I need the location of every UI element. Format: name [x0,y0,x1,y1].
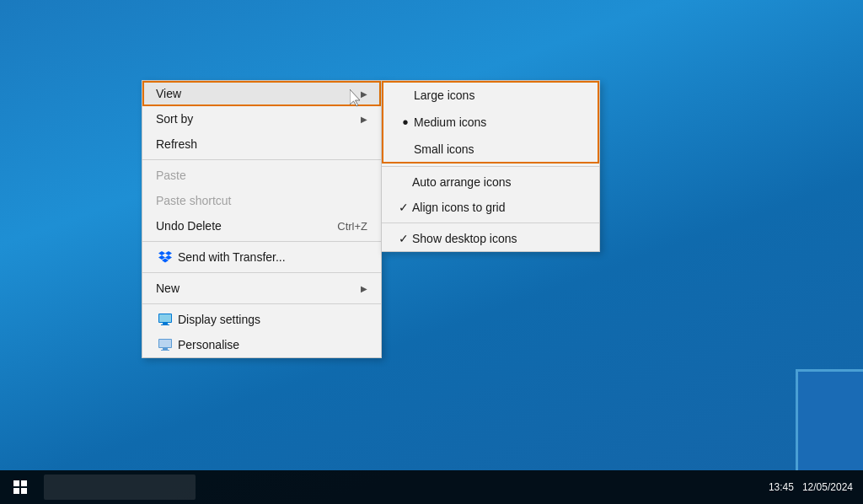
personalise-icon [156,339,174,351]
show-desktop-label: Show desktop icons [412,232,517,245]
display-settings-icon [156,314,174,325]
medium-icons-label: Medium icons [414,115,486,129]
submenu-item-show-desktop[interactable]: ✓ Show desktop icons [382,226,599,251]
submenu-item-align-grid[interactable]: ✓ Align icons to grid [382,195,599,220]
paste-label: Paste [156,169,186,182]
menu-item-personalise[interactable]: Personalise [142,332,381,357]
svg-rect-5 [159,340,171,347]
submenu-icon-size-group: Large icons • Medium icons Small icons [382,81,599,164]
medium-icons-bullet: • [397,114,414,131]
display-settings-label: Display settings [178,313,260,326]
sort-by-label: Sort by [156,112,193,126]
menu-item-refresh[interactable]: Refresh [142,131,381,157]
svg-rect-1 [159,314,171,322]
submenu-separator-2 [382,223,599,223]
svg-rect-3 [161,324,169,325]
tray-time: 13:45 [769,481,794,493]
svg-rect-11 [21,488,27,494]
svg-rect-9 [21,480,27,486]
undo-delete-label: Undo Delete [156,219,222,233]
paste-shortcut-label: Paste shortcut [156,194,232,207]
separator-2 [142,241,381,242]
separator-3 [142,272,381,273]
taskbar: 13:45 12/05/2024 [0,470,863,504]
menu-item-view[interactable]: View ▶ [142,81,381,106]
new-label: New [156,281,180,295]
menu-item-send-transfer[interactable]: Send with Transfer... [142,244,381,270]
menu-item-sort-by[interactable]: Sort by ▶ [142,106,381,131]
tray-date: 12/05/2024 [802,481,853,493]
separator-4 [142,303,381,304]
menu-item-undo-delete[interactable]: Undo Delete Ctrl+Z [142,213,381,239]
submenu-item-small-icons[interactable]: Small icons [383,137,598,162]
align-grid-label: Align icons to grid [412,201,506,214]
menu-item-paste-shortcut[interactable]: Paste shortcut [142,188,381,213]
view-arrow: ▶ [361,89,367,99]
new-arrow: ▶ [361,284,367,293]
menu-item-new[interactable]: New ▶ [142,276,381,301]
context-menu: View ▶ Sort by ▶ Refresh Paste Paste sho… [142,80,382,358]
start-button[interactable] [0,470,40,504]
show-desktop-checkmark: ✓ [395,232,412,245]
refresh-label: Refresh [156,137,197,151]
submenu-view: Large icons • Medium icons Small icons A… [381,80,600,252]
svg-rect-6 [163,348,168,350]
small-icons-label: Small icons [414,142,474,156]
dropbox-icon [156,250,174,264]
submenu-item-auto-arrange[interactable]: Auto arrange icons [382,169,599,195]
submenu-item-large-icons[interactable]: Large icons [383,83,598,108]
svg-rect-7 [161,350,169,351]
submenu-item-medium-icons[interactable]: • Medium icons [383,108,598,137]
separator-1 [142,159,381,160]
large-icons-label: Large icons [414,88,474,102]
auto-arrange-label: Auto arrange icons [412,175,512,189]
menu-item-display-settings[interactable]: Display settings [142,307,381,332]
align-grid-checkmark: ✓ [395,201,412,214]
desktop: View ▶ Sort by ▶ Refresh Paste Paste sho… [0,0,863,504]
send-transfer-label: Send with Transfer... [178,250,286,264]
sort-by-arrow: ▶ [361,115,367,124]
system-tray: 13:45 12/05/2024 [769,481,863,493]
svg-rect-8 [13,480,19,486]
view-label: View [156,87,181,100]
menu-item-paste[interactable]: Paste [142,163,381,188]
submenu-separator-1 [382,166,599,167]
undo-delete-shortcut: Ctrl+Z [337,220,367,233]
blue-window-decoration [796,369,863,470]
personalise-label: Personalise [178,338,239,351]
svg-rect-10 [13,488,19,494]
taskbar-search[interactable] [44,475,196,500]
svg-rect-2 [163,323,168,324]
